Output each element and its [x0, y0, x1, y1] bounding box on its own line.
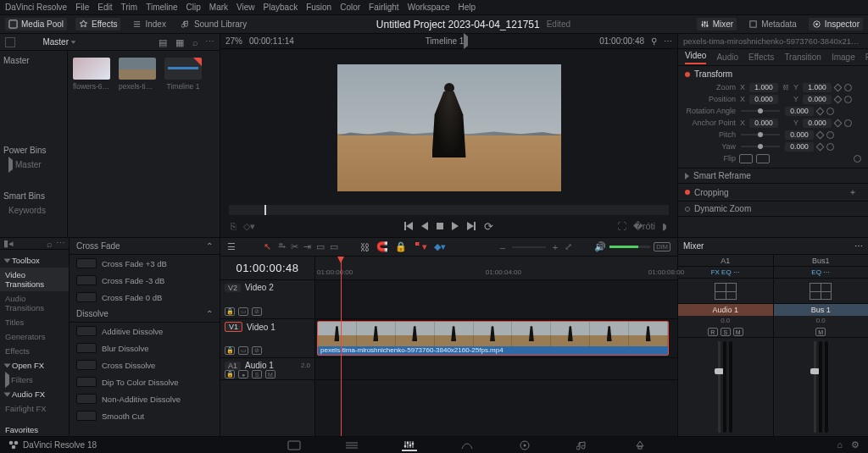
custom-zoom-icon[interactable]: ⤢ — [565, 241, 572, 252]
volume-slider[interactable] — [609, 246, 650, 248]
replace-icon[interactable]: ▭ — [330, 241, 338, 252]
fx-item[interactable]: Cross Fade +3 dB — [70, 255, 220, 272]
timeline-ruler[interactable]: 01:00:00:00 01:00:04:00 01:00:08:00 — [315, 257, 677, 280]
keyframe-icon[interactable] — [816, 130, 825, 139]
keyframe-icon[interactable] — [834, 95, 843, 103]
yaw-input[interactable]: 0.000 — [785, 142, 814, 152]
arm-toggle[interactable]: ● — [238, 370, 248, 378]
fx-tree-item[interactable]: Video Transitions — [0, 268, 69, 291]
jog-bar[interactable] — [229, 205, 669, 215]
track-header-a1[interactable]: A1Audio 12.0 🔒●SM — [220, 358, 314, 380]
marker-icon[interactable]: ◆▾ — [434, 241, 446, 252]
flip-h-button[interactable] — [739, 154, 753, 163]
record-button[interactable]: R — [708, 328, 718, 336]
fx-item[interactable]: Cross Dissolve — [70, 356, 220, 373]
search-icon[interactable]: ⌕ — [192, 37, 198, 47]
fader[interactable] — [774, 338, 869, 436]
options-icon[interactable]: ⋯ — [56, 238, 65, 249]
fx-tree-item[interactable]: Filters — [0, 373, 69, 387]
video-clip[interactable]: pexels-tima-miroshnichenko-5973760-3840x… — [317, 321, 669, 356]
fx-item[interactable]: Cross Fade -3 dB — [70, 272, 220, 289]
fx-item[interactable]: Dip To Color Dissolve — [70, 373, 220, 390]
reset-icon[interactable] — [844, 96, 852, 103]
match-frame-icon[interactable]: ⎘ — [231, 221, 236, 232]
full-extent-icon[interactable]: ⛶ — [617, 221, 626, 232]
smart-bins-header[interactable]: Smart Bins — [3, 191, 64, 201]
fx-item[interactable]: Additive Dissolve — [70, 323, 220, 340]
insert-icon[interactable]: ⇥ — [303, 241, 311, 252]
page-fusion[interactable] — [459, 439, 475, 451]
last-frame-button[interactable] — [467, 222, 476, 230]
pitch-input[interactable]: 0.000 — [785, 130, 814, 140]
media-pool-toggle[interactable]: Media Pool — [5, 18, 67, 30]
auto-select-toggle[interactable]: ▭ — [238, 307, 248, 316]
category-header[interactable]: Cross Fade⌃ — [70, 238, 220, 255]
tab-transition[interactable]: Transition — [784, 52, 821, 62]
step-back-button[interactable] — [421, 222, 428, 230]
solo-toggle[interactable]: S — [252, 370, 262, 378]
reset-icon[interactable] — [826, 108, 834, 115]
channel-fx[interactable]: FX EQ ⋯ — [678, 267, 773, 279]
enable-dot-icon[interactable] — [685, 207, 690, 212]
pitch-slider[interactable] — [741, 134, 780, 135]
timecode-readout[interactable]: 01:00:00:48 — [599, 36, 644, 46]
fx-tree-item[interactable]: Titles — [0, 315, 69, 329]
media-clip[interactable]: flowers-68... — [73, 58, 110, 91]
lane-v1[interactable]: pexels-tima-miroshnichenko-5973760-3840x… — [315, 319, 677, 358]
tab-video[interactable]: Video — [685, 51, 706, 64]
tree-root[interactable]: Master — [3, 56, 64, 65]
timeline-view-icon[interactable]: ☰ — [227, 241, 236, 252]
zoom-slider-minus[interactable]: – — [500, 242, 505, 252]
mark-in-button[interactable]: �róti — [633, 221, 655, 232]
overwrite-icon[interactable]: ▭ — [316, 241, 325, 252]
fx-tree-item[interactable]: Fairlight FX — [0, 401, 69, 416]
thumb-view-icon[interactable]: ▦ — [175, 37, 186, 47]
lane-v2[interactable] — [315, 280, 677, 319]
mute-button[interactable]: M — [733, 328, 743, 336]
zoom-slider-plus[interactable]: + — [553, 242, 558, 252]
menu-item[interactable]: Edit — [97, 3, 112, 12]
first-frame-button[interactable] — [404, 222, 413, 230]
loop-button[interactable]: ⟳ — [484, 220, 493, 233]
enable-dot-icon[interactable] — [685, 72, 690, 77]
metadata-toggle[interactable]: Metadata — [745, 18, 800, 30]
track-header-v1[interactable]: V1Video 1 🔒▭⊘ — [220, 319, 314, 358]
project-manager-button[interactable]: DaVinci Resolve 18 — [0, 439, 105, 451]
fx-tree-item[interactable]: Generators — [0, 329, 69, 344]
menu-item[interactable]: Mark — [209, 3, 228, 12]
favorites-header[interactable]: Favorites — [0, 423, 69, 437]
yaw-slider[interactable] — [741, 146, 780, 147]
auto-select-toggle[interactable]: ▭ — [238, 346, 248, 355]
page-media[interactable] — [287, 439, 302, 451]
snapping-icon[interactable]: 🧲 — [376, 241, 388, 252]
viewer-options-icon[interactable]: ⋯ — [664, 36, 672, 46]
menu-item[interactable]: Playback — [264, 3, 298, 12]
track-header-v2[interactable]: V2Video 2 🔒▭⊘ — [220, 280, 314, 319]
menu-item[interactable]: Fairlight — [369, 3, 399, 12]
mute-button[interactable]: M — [815, 328, 826, 336]
flag-icon[interactable]: ▾ — [414, 241, 427, 252]
anchor-x-input[interactable]: 0.000 — [749, 119, 778, 128]
trim-tool-icon[interactable]: ⥱ — [278, 241, 286, 252]
disable-toggle[interactable]: ⊘ — [252, 307, 262, 316]
add-icon[interactable]: ＋ — [849, 186, 857, 198]
track-tag[interactable]: V1 — [225, 322, 242, 332]
options-icon[interactable]: ⋯ — [205, 36, 214, 47]
sidebar-collapse-icon[interactable]: ▮◂ — [3, 238, 14, 249]
menu-item[interactable]: Fusion — [306, 3, 331, 12]
timeline-lanes[interactable]: 01:00:00:00 01:00:04:00 01:00:08:00 pexe… — [315, 257, 677, 436]
effects-toggle[interactable]: Effects — [75, 18, 120, 30]
pos-y-input[interactable]: 0.000 — [803, 95, 832, 104]
fx-tree-item[interactable]: Effects — [0, 344, 69, 358]
reset-icon[interactable] — [844, 84, 852, 91]
lock-toggle[interactable]: 🔒 — [225, 370, 235, 378]
keyframe-icon[interactable] — [816, 142, 825, 151]
zoom-slider[interactable] — [512, 246, 546, 248]
menu-item[interactable]: File — [75, 3, 89, 12]
menu-item[interactable]: Help — [458, 3, 476, 12]
timeline-timecode[interactable]: 01:00:00:48 — [220, 257, 314, 280]
timeline-name-dropdown[interactable]: Timeline 1 — [426, 36, 469, 46]
lock-toggle[interactable]: 🔒 — [225, 346, 235, 355]
toolbox-header[interactable]: Toolbox — [0, 253, 69, 268]
lock-icon[interactable]: 🔒 — [395, 241, 407, 252]
